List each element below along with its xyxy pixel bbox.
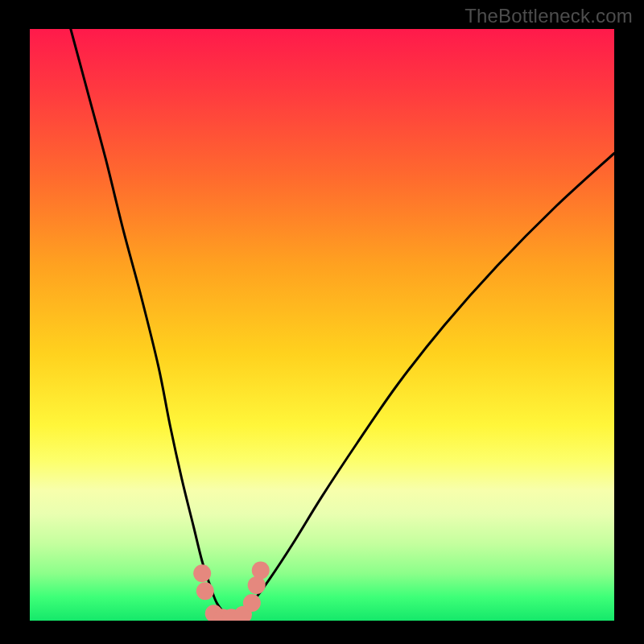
watermark-text: TheBottleneck.com: [464, 5, 633, 27]
curve-right-path: [231, 153, 614, 621]
chart-overlay: [30, 29, 614, 621]
dot-point: [193, 564, 211, 582]
plot-area: [30, 29, 614, 621]
dot-point: [196, 582, 214, 600]
dots-group: [193, 562, 270, 621]
chart-frame: TheBottleneck.com: [0, 0, 644, 644]
dot-point: [252, 562, 270, 580]
curve-left-path: [71, 29, 232, 621]
dot-point: [243, 594, 261, 612]
